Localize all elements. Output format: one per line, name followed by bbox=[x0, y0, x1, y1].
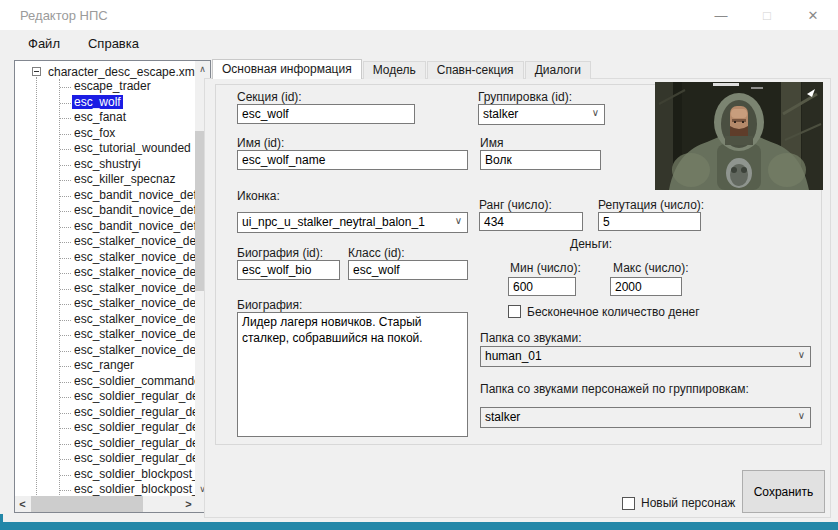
tab[interactable]: Спавн-секция bbox=[427, 61, 524, 79]
scroll-right-icon[interactable]: > bbox=[181, 496, 196, 512]
tree-item[interactable]: esc_soldier_regular_default bbox=[15, 451, 196, 467]
tree-item-label: esc_ranger bbox=[72, 358, 136, 372]
sound-folder-group-select[interactable]: stalker ∨ bbox=[480, 407, 811, 428]
tab[interactable]: Диалоги bbox=[525, 61, 591, 79]
tree-item[interactable]: esc_stalker_novice_default bbox=[15, 327, 196, 343]
desktop-edge-strip bbox=[0, 522, 838, 530]
tree-item[interactable]: esc_soldier_regular_default bbox=[15, 436, 196, 452]
menu-item[interactable]: Справка bbox=[78, 32, 149, 55]
tree-item[interactable]: esc_stalker_novice_default bbox=[15, 296, 196, 312]
infinite-money-checkbox[interactable] bbox=[508, 305, 521, 318]
maximize-icon[interactable]: □ bbox=[744, 0, 790, 30]
new-character-checkbox[interactable] bbox=[622, 497, 635, 510]
name-input[interactable]: Волк bbox=[480, 150, 601, 170]
icon-label: Иконка: bbox=[237, 189, 280, 203]
tree-item[interactable]: esc_shustryi bbox=[15, 157, 196, 173]
tree-item-label: esc_soldier_blockpost_comm bbox=[72, 467, 196, 481]
icon-value: ui_npc_u_stalker_neytral_balon_1 bbox=[242, 215, 425, 229]
tree-item[interactable]: esc_killer_specnaz bbox=[15, 172, 196, 188]
tree-item[interactable]: esc_tutorial_wounded bbox=[15, 141, 196, 157]
tree-item[interactable]: esc_wolf bbox=[15, 95, 196, 111]
tree-item-label: escape_trader bbox=[72, 79, 153, 93]
money-min-input[interactable]: 600 bbox=[508, 277, 576, 296]
new-character-label: Новый персонаж bbox=[641, 496, 735, 510]
menu-bar: ФайлСправка bbox=[0, 30, 838, 56]
money-max-input[interactable]: 2000 bbox=[610, 277, 682, 296]
collapse-icon[interactable] bbox=[32, 67, 41, 76]
chevron-down-icon: ∨ bbox=[798, 349, 805, 360]
tree-horizontal-scrollbar[interactable]: < > bbox=[15, 496, 196, 512]
money-max-label: Макс (число): bbox=[613, 261, 689, 275]
class-id-input[interactable]: esc_wolf bbox=[348, 260, 468, 280]
tree-root-item[interactable]: character_desc_escape.xml bbox=[15, 64, 195, 80]
sound-folder-select[interactable]: human_01 ∨ bbox=[480, 346, 811, 367]
tree-item-label: esc_soldier_regular_default bbox=[72, 436, 196, 450]
window-controls: — □ ✕ bbox=[698, 0, 836, 30]
sound-folder-label: Папка со звуками: bbox=[480, 331, 582, 345]
tree-item-label: esc_soldier_regular_default bbox=[72, 405, 196, 419]
tree-item[interactable]: esc_stalker_novice_default bbox=[15, 312, 196, 328]
horizontal-scrollbar-thumb[interactable] bbox=[31, 496, 143, 512]
tab[interactable]: Основная информация bbox=[212, 59, 362, 79]
bio-label: Биография: bbox=[237, 298, 302, 312]
save-button[interactable]: Сохранить bbox=[742, 470, 825, 513]
tree-item-label: esc_soldier_regular_default bbox=[72, 451, 196, 465]
grouping-select[interactable]: stalker ∨ bbox=[478, 104, 605, 125]
tree-item[interactable]: esc_stalker_novice_default bbox=[15, 234, 196, 250]
tree-item[interactable]: esc_fanat bbox=[15, 110, 196, 126]
tree-item-label: esc_stalker_novice_default bbox=[72, 234, 196, 248]
tree-item[interactable]: esc_soldier_regular_default bbox=[15, 405, 196, 421]
reputation-label: Репутация (число): bbox=[598, 198, 704, 212]
close-icon[interactable]: ✕ bbox=[790, 0, 836, 30]
tree-item[interactable]: escape_trader bbox=[15, 79, 196, 95]
tree-item-label: esc_soldier_blockpost_def bbox=[72, 482, 196, 496]
tree-item[interactable]: esc_stalker_novice_default bbox=[15, 343, 196, 359]
reputation-input[interactable]: 5 bbox=[598, 212, 701, 231]
name-label: Имя bbox=[480, 136, 503, 150]
tree-item-label: esc_tutorial_wounded bbox=[72, 141, 193, 155]
minimize-icon[interactable]: — bbox=[698, 0, 744, 30]
icon-select[interactable]: ui_npc_u_stalker_neytral_balon_1 ∨ bbox=[237, 212, 468, 233]
tab[interactable]: Модель bbox=[363, 61, 426, 79]
tree-item[interactable]: esc_ranger bbox=[15, 358, 196, 374]
tree-item-label: esc_shustryi bbox=[72, 157, 143, 171]
tree-item-label: esc_stalker_novice_default bbox=[72, 343, 196, 357]
tree-item-label: esc_soldier_commander bbox=[72, 374, 196, 388]
npc-tree: character_desc_escape.xml escape_trader … bbox=[14, 60, 211, 513]
tree-item[interactable]: esc_soldier_commander bbox=[15, 374, 196, 390]
tree-item-label: esc_stalker_novice_default bbox=[72, 250, 196, 264]
tree-item[interactable]: esc_bandit_novice_default bbox=[15, 188, 196, 204]
bio-textarea[interactable]: Лидер лагеря новичков. Старый сталкер, с… bbox=[237, 312, 468, 437]
tree-item[interactable]: esc_bandit_novice_default bbox=[15, 219, 196, 235]
scroll-up-icon[interactable]: ∧ bbox=[195, 61, 210, 76]
tree-item[interactable]: esc_fox bbox=[15, 126, 196, 142]
bio-id-input[interactable]: esc_wolf_bio bbox=[237, 260, 340, 280]
money-label: Деньги: bbox=[570, 237, 612, 251]
tree-item-label: esc_bandit_novice_default bbox=[72, 203, 196, 217]
name-id-input[interactable]: esc_wolf_name bbox=[237, 150, 468, 170]
desktop-edge-strip bbox=[0, 514, 3, 530]
grouping-label: Группировка (id): bbox=[478, 90, 572, 104]
tree-item[interactable]: esc_stalker_novice_default bbox=[15, 281, 196, 297]
tree-item[interactable]: esc_bandit_novice_default bbox=[15, 203, 196, 219]
tree-item-label: esc_soldier_regular_default bbox=[72, 389, 196, 403]
sound-folder-group-label: Папка со звуками персонажей по группиров… bbox=[480, 382, 749, 396]
tree-item[interactable]: esc_stalker_novice_default bbox=[15, 265, 196, 281]
chevron-down-icon: ∨ bbox=[455, 215, 462, 226]
money-min-label: Мин (число): bbox=[510, 261, 581, 275]
tree-item-label: esc_bandit_novice_default bbox=[72, 219, 196, 233]
grouping-value: stalker bbox=[483, 107, 518, 121]
tree-item[interactable]: esc_soldier_regular_default bbox=[15, 420, 196, 436]
rank-input[interactable]: 434 bbox=[479, 212, 583, 231]
menu-item[interactable]: Файл bbox=[18, 32, 70, 55]
tree-item-label: esc_stalker_novice_default bbox=[72, 296, 196, 310]
tree-item-label: esc_stalker_novice_default bbox=[72, 327, 196, 341]
tree-item[interactable]: esc_stalker_novice_default bbox=[15, 250, 196, 266]
scroll-left-icon[interactable]: < bbox=[15, 496, 30, 512]
section-id-input[interactable]: esc_wolf bbox=[237, 104, 415, 124]
tree-item[interactable]: esc_soldier_regular_default bbox=[15, 389, 196, 405]
tree-root-label: character_desc_escape.xml bbox=[48, 65, 197, 79]
tree-item-label: esc_soldier_regular_default bbox=[72, 420, 196, 434]
tree-item[interactable]: esc_soldier_blockpost_comm bbox=[15, 467, 196, 483]
title-bar: Редактор НПС — □ ✕ bbox=[0, 0, 838, 30]
